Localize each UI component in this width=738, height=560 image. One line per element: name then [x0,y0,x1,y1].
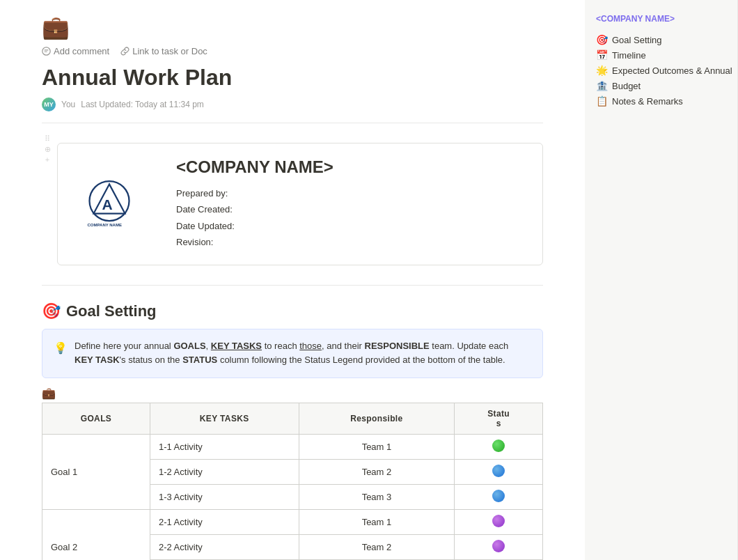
settings-handle[interactable]: ⊕ [45,145,51,154]
col-header-responsible: Responsible [299,403,455,435]
app-layout: 💼 Add comment Link to task or Doc Annual… [0,0,738,560]
task-cell: 2-1 Activity [150,510,299,535]
status-cell [455,460,543,485]
col-header-status: Status [455,403,543,435]
status-dot-blue [492,490,505,502]
sidebar-company: <COMPANY NAME> [590,11,732,29]
sidebar-icon-budget: 🏦 [596,80,608,91]
goals-table: GOALS KEY TASKS Responsible Status Goal … [42,403,543,560]
sidebar-icon-timeline: 📅 [596,49,608,61]
doc-meta: MY You Last Updated: Today at 11:34 pm [42,98,543,111]
status-cell [455,535,543,560]
status-dot-green [492,440,505,452]
info-text: Define here your annual GOALS, KEY TASKS… [74,339,508,368]
sidebar-item-expected-outcomes[interactable]: 🌟Expected Outcomes & Annual ... [590,63,732,78]
drag-handle[interactable]: ⠿ [45,134,50,143]
responsible-cell: Team 2 [299,460,455,485]
sidebar-items-container: 🎯Goal Setting📅Timeline🌟Expected Outcomes… [590,32,732,109]
prepared-by: Prepared by: [176,185,333,201]
svg-text:COMPANY NAME: COMPANY NAME [88,222,122,226]
divider-2 [42,285,543,286]
avatar: MY [42,98,56,111]
company-info: <COMPANY NAME> Prepared by: Date Created… [176,157,333,251]
responsible-cell: Team 2 [299,535,455,560]
status-cell [455,435,543,460]
status-cell [455,485,543,510]
table-row: Goal 11-1 ActivityTeam 1 [42,435,543,460]
date-created: Date Created: [176,201,333,217]
sidebar: <COMPANY NAME> 🎯Goal Setting📅Timeline🌟Ex… [585,0,738,560]
col-header-tasks: KEY TASKS [150,403,299,435]
divider-1 [42,123,543,123]
svg-point-0 [42,47,50,55]
meta-user: You [61,100,75,109]
briefcase-icon: 💼 [42,14,70,40]
table-row: Goal 22-1 ActivityTeam 1 [42,510,543,535]
sidebar-icon-goal-setting: 🎯 [596,34,608,45]
responsible-cell: Team 1 [299,510,455,535]
status-dot-purple [492,540,505,552]
sidebar-label-timeline: Timeline [612,50,646,61]
link-task-button[interactable]: Link to task or Doc [120,46,207,56]
sidebar-icon-notes-remarks: 📋 [596,95,608,107]
company-logo-svg: A COMPANY NAME [82,176,145,232]
doc-header: 💼 [42,14,543,40]
status-dot-purple [492,515,505,527]
bulb-icon: 💡 [54,339,68,368]
sidebar-label-expected-outcomes: Expected Outcomes & Annual ... [612,65,732,76]
goal-setting-title: 🎯 Goal Setting [42,302,543,320]
sidebar-label-budget: Budget [612,81,641,91]
comment-icon [42,47,51,56]
goal-setting-icon: 🎯 [42,302,61,320]
task-cell: 2-2 Activity [150,535,299,560]
sidebar-label-goal-setting: Goal Setting [612,35,662,45]
meta-updated: Last Updated: Today at 11:34 pm [81,100,204,109]
briefcase-small-icon: 💼 [42,387,543,400]
date-updated: Date Updated: [176,218,333,234]
task-cell: 1-3 Activity [150,485,299,510]
sidebar-icon-expected-outcomes: 🌟 [596,65,608,76]
status-cell [455,510,543,535]
company-block: ⠿ ⊕ + A [42,132,543,277]
main-content: 💼 Add comment Link to task or Doc Annual… [0,0,585,560]
svg-text:A: A [102,196,113,212]
link-icon [120,47,129,56]
add-handle[interactable]: + [45,155,49,164]
company-logo: A COMPANY NAME [72,173,155,235]
top-actions: Add comment Link to task or Doc [42,46,543,56]
responsible-cell: Team 3 [299,485,455,510]
status-dot-blue [492,465,505,477]
responsible-cell: Team 1 [299,435,455,460]
company-name: <COMPANY NAME> [176,157,333,177]
task-cell: 1-2 Activity [150,460,299,485]
page-title: Annual Work Plan [42,65,543,91]
revision: Revision: [176,234,333,250]
sidebar-item-notes-remarks[interactable]: 📋Notes & Remarks [590,93,732,109]
sidebar-label-notes-remarks: Notes & Remarks [612,96,683,107]
sidebar-item-timeline[interactable]: 📅Timeline [590,47,732,63]
sidebar-item-budget[interactable]: 🏦Budget [590,78,732,93]
goal-setting-label: Goal Setting [66,302,157,320]
company-details: Prepared by: Date Created: Date Updated:… [176,185,333,251]
sidebar-item-goal-setting[interactable]: 🎯Goal Setting [590,32,732,47]
goal-cell: Goal 1 [42,435,150,510]
col-header-goals: GOALS [42,403,150,435]
info-box: 💡 Define here your annual GOALS, KEY TAS… [42,329,543,379]
add-comment-button[interactable]: Add comment [42,46,109,56]
block-handles: ⠿ ⊕ + [42,132,53,164]
goal-cell: Goal 2 [42,510,150,560]
company-card: A COMPANY NAME <COMPANY NAME> Prepared b… [57,143,543,265]
task-cell: 1-1 Activity [150,435,299,460]
